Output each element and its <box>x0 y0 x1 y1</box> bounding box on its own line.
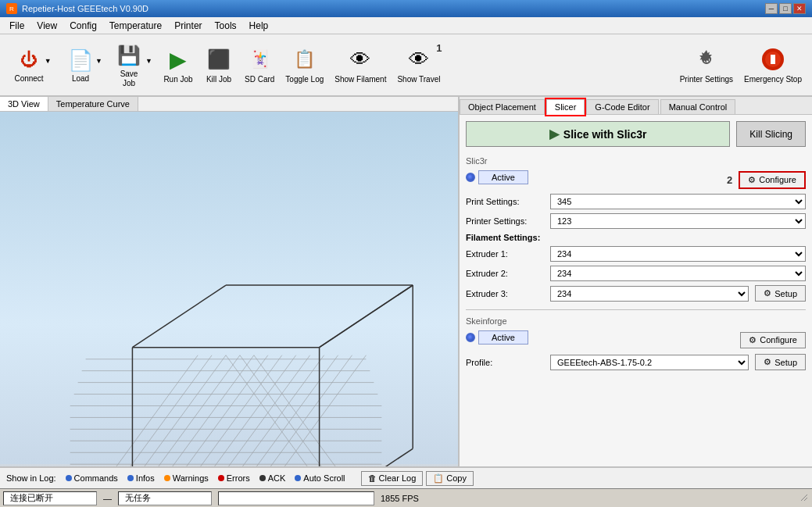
extruder2-label: Extruder 2: <box>466 269 544 278</box>
save-job-label: Save Job <box>113 70 145 88</box>
run-icon: ▶ <box>164 45 192 73</box>
tab-gcode-editor[interactable]: G-Code Editor <box>586 99 658 114</box>
title-bar-controls: ─ □ ✕ <box>765 3 806 14</box>
skeinforge-radio <box>466 333 475 342</box>
save-icon: 💾 <box>115 41 143 70</box>
slice-button[interactable]: ▶ Slice with Slic3r <box>466 121 730 147</box>
show-travel-button[interactable]: 👁 Show Travel 1 <box>393 38 444 91</box>
tab-slicer[interactable]: Slicer <box>546 99 585 115</box>
skeinforge-section: Skeinforge Active ⚙ Configure <box>466 316 806 370</box>
printer-settings-label: Printer Settings: <box>466 216 544 226</box>
app-icon: R <box>6 3 17 14</box>
travel-eye-icon: 👁 <box>405 45 433 73</box>
log-warnings[interactable]: Warnings <box>164 473 209 483</box>
warnings-label: Warnings <box>173 473 209 483</box>
slic3r-active-btn[interactable]: Active <box>466 170 528 184</box>
title-bar: R Repetier-Host GEEEtech V0.90D ─ □ ✕ <box>0 0 812 17</box>
extruder2-row: Extruder 2: 234 <box>466 266 806 281</box>
slic3r-configure-button[interactable]: ⚙ Configure <box>739 171 806 189</box>
skeinforge-active-btn[interactable]: Active <box>466 330 528 345</box>
power-icon: ⏻ <box>15 46 43 74</box>
kill-slicing-button[interactable]: Kill Slicing <box>736 121 806 147</box>
toggle-log-button[interactable]: 📋 Toggle Log <box>281 38 327 91</box>
extruder2-select[interactable]: 234 <box>550 266 806 281</box>
status-bar: 连接已断开 — 无任务 1855 FPS <box>0 488 812 507</box>
skeinforge-configure-button[interactable]: ⚙ Configure <box>740 332 806 348</box>
infos-label: Infos <box>136 473 155 483</box>
slic3r-radio <box>466 173 475 182</box>
print-settings-label: Print Settings: <box>466 197 544 206</box>
autoscroll-label: Auto Scroll <box>303 473 345 483</box>
extruder3-setup-label: Setup <box>774 289 797 298</box>
tab-temperature-curve[interactable]: Temperature Curve <box>48 97 138 111</box>
extruder1-select[interactable]: 234 <box>550 246 806 262</box>
status-separator: — <box>103 494 112 503</box>
printer-settings-select[interactable]: 123 <box>550 213 806 229</box>
save-dropdown-arrow[interactable]: ▼ <box>145 57 152 65</box>
sd-card-label: SD Card <box>245 75 274 84</box>
print-settings-row: Print Settings: 345 <box>466 194 806 209</box>
emergency-stop-button[interactable]: Emergency Stop <box>740 38 806 91</box>
copy-button[interactable]: 📋 Copy <box>426 471 474 486</box>
log-autoscroll[interactable]: Auto Scroll <box>295 473 345 483</box>
infos-dot <box>127 475 134 481</box>
menu-printer[interactable]: Printer <box>168 19 208 33</box>
menu-bar: File View Config Temperature Printer Too… <box>0 17 812 34</box>
skeinforge-setup-label: Setup <box>774 358 797 367</box>
slic3r-configure-label: Configure <box>759 175 796 184</box>
skeinforge-setup-button[interactable]: ⚙ Setup <box>755 354 806 370</box>
printer-settings-label: Printer Settings <box>680 75 733 84</box>
autoscroll-dot <box>295 475 301 481</box>
show-filament-button[interactable]: 👁 Show Filament <box>331 38 390 91</box>
sd-card-button[interactable]: 🃏 SD Card <box>241 38 278 91</box>
main-content: 3D View Temperature Curve <box>0 97 812 466</box>
profile-row: Profile: GEEEtech-ABS-1.75-0.2 ⚙ Setup <box>466 354 806 370</box>
connect-dropdown-arrow[interactable]: ▼ <box>45 57 52 65</box>
extruder3-setup-button[interactable]: ⚙ Setup <box>755 285 806 302</box>
copy-label: Copy <box>446 473 467 483</box>
panel-tabs: Object Placement Slicer G-Code Editor Ma… <box>460 97 812 115</box>
menu-file[interactable]: File <box>3 19 30 33</box>
minimize-button[interactable]: ─ <box>765 3 778 14</box>
save-job-button[interactable]: 💾 Save Job ▼ <box>109 38 156 91</box>
slic3r-active-label: Active <box>478 170 528 184</box>
3d-canvas[interactable] <box>0 112 458 466</box>
log-errors[interactable]: Errors <box>218 473 250 483</box>
load-button[interactable]: 📄 Load ▼ <box>63 38 106 91</box>
printer-settings-row: Printer Settings: 123 <box>466 213 806 229</box>
menu-help[interactable]: Help <box>243 19 275 33</box>
task-status: 无任务 <box>118 491 212 505</box>
clear-log-button[interactable]: 🗑 Clear Log <box>361 471 424 486</box>
slice-play-icon: ▶ <box>549 127 559 141</box>
clear-log-label: Clear Log <box>379 473 417 483</box>
slic3r-section: Slic3r Active 2 ⚙ Configure <box>466 156 806 302</box>
menu-config[interactable]: Config <box>63 19 103 33</box>
run-job-button[interactable]: ▶ Run Job <box>159 38 197 91</box>
menu-temperature[interactable]: Temperature <box>103 19 168 33</box>
printer-settings-button[interactable]: Printer Settings <box>676 38 737 91</box>
close-button[interactable]: ✕ <box>793 3 806 14</box>
svg-rect-4 <box>0 114 458 464</box>
menu-view[interactable]: View <box>30 19 63 33</box>
tab-object-placement[interactable]: Object Placement <box>460 99 545 114</box>
kill-job-button[interactable]: ⬛ Kill Job <box>200 38 238 91</box>
extruder3-select[interactable]: 234 <box>550 286 749 302</box>
errors-label: Errors <box>227 473 250 483</box>
connect-button[interactable]: ⏻ Connect ▼ <box>6 38 59 91</box>
log-ack[interactable]: ACK <box>259 473 286 483</box>
profile-select[interactable]: GEEEtech-ABS-1.75-0.2 <box>550 355 749 370</box>
run-job-label: Run Job <box>163 75 192 84</box>
skeinforge-setup-gear-icon: ⚙ <box>764 357 771 367</box>
filament-settings-title: Filament Settings: <box>466 233 540 242</box>
load-dropdown-arrow[interactable]: ▼ <box>95 57 102 65</box>
tab-manual-control[interactable]: Manual Control <box>660 99 736 114</box>
maximize-button[interactable]: □ <box>779 3 792 14</box>
log-infos[interactable]: Infos <box>127 473 155 483</box>
tab-3d-view[interactable]: 3D View <box>0 97 48 111</box>
connection-status: 连接已断开 <box>3 491 97 505</box>
show-in-log-label: Show in Log: <box>6 473 56 483</box>
log-commands[interactable]: Commands <box>66 473 118 483</box>
ack-label: ACK <box>268 473 286 483</box>
menu-tools[interactable]: Tools <box>209 19 243 33</box>
print-settings-select[interactable]: 345 <box>550 194 806 209</box>
